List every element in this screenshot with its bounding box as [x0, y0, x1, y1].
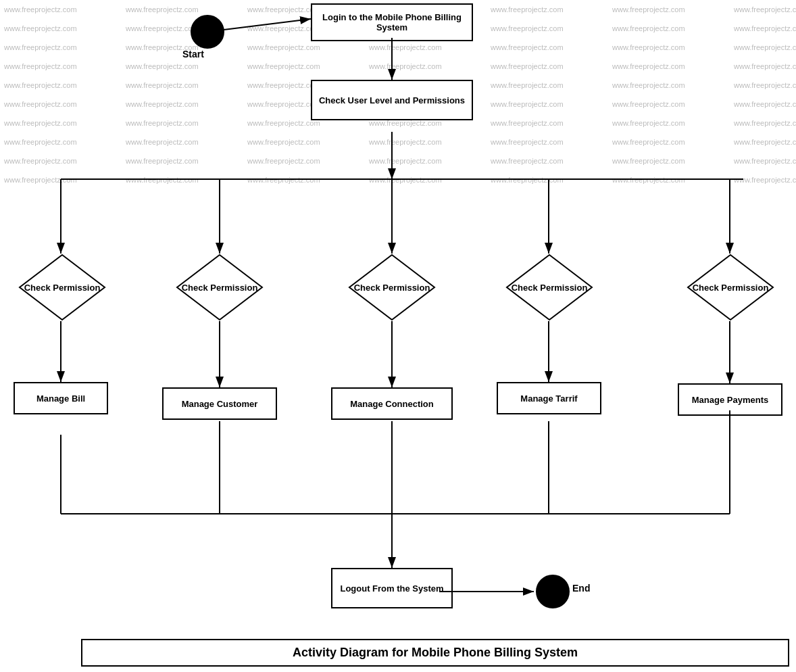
diamond1: Check Permission: [18, 254, 106, 321]
logout-label: Logout From the System: [340, 583, 443, 594]
end-circle: [536, 575, 570, 608]
manage-customer-label: Manage Customer: [182, 399, 258, 409]
diamond2-label: Check Permission: [182, 283, 258, 293]
manage-connection-label: Manage Connection: [350, 399, 434, 409]
manage-tarrif-box: Manage Tarrif: [497, 382, 601, 414]
diamond5-label: Check Permission: [693, 283, 769, 293]
manage-payments-label: Manage Payments: [692, 395, 768, 405]
diamond5: Check Permission: [687, 254, 774, 321]
activity-diagram: Start Login to the Mobile Phone Billing …: [0, 0, 796, 672]
diamond3: Check Permission: [348, 254, 436, 321]
login-label: Login to the Mobile Phone Billing System: [312, 9, 472, 35]
check-permissions-label: Check User Level and Permissions: [316, 93, 468, 108]
diamond1-label: Check Permission: [24, 283, 101, 293]
manage-customer-box: Manage Customer: [162, 387, 277, 420]
diamond3-label: Check Permission: [354, 283, 430, 293]
login-box: Login to the Mobile Phone Billing System: [311, 3, 473, 41]
diamond4: Check Permission: [505, 254, 593, 321]
diamond4-label: Check Permission: [512, 283, 588, 293]
check-permissions-box: Check User Level and Permissions: [311, 80, 473, 120]
start-label: Start: [182, 49, 204, 59]
end-label: End: [572, 583, 590, 594]
logout-box: Logout From the System: [331, 568, 453, 608]
manage-tarrif-label: Manage Tarrif: [520, 393, 577, 404]
manage-connection-box: Manage Connection: [331, 387, 453, 420]
manage-bill-box: Manage Bill: [14, 382, 108, 414]
diagram-title: Activity Diagram for Mobile Phone Billin…: [293, 646, 578, 659]
manage-bill-label: Manage Bill: [36, 393, 85, 404]
manage-payments-box: Manage Payments: [678, 383, 782, 416]
title-bar: Activity Diagram for Mobile Phone Billin…: [81, 639, 789, 667]
start-circle: [191, 15, 224, 49]
diamond2: Check Permission: [176, 254, 264, 321]
